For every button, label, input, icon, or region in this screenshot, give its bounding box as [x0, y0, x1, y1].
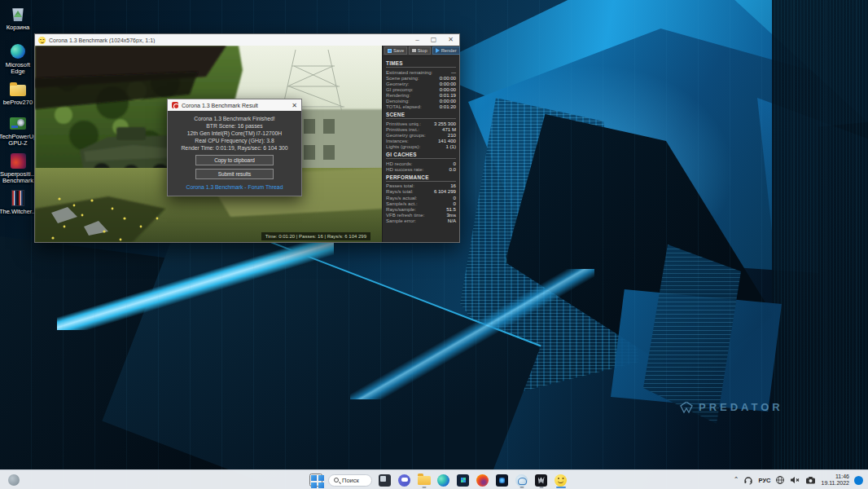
stat-label: Primitives inst.: — [386, 126, 419, 132]
stat-label: Geometry groups: — [386, 132, 426, 138]
firefox-icon — [476, 474, 489, 487]
render-button[interactable]: Render — [432, 46, 460, 55]
desktop-icon-label: Microsoft Edge — [2, 62, 34, 75]
desktop-icon-superposition[interactable]: Superpositi... Benchmark — [2, 152, 34, 184]
photos-icon — [379, 474, 391, 487]
scene-rows: Primitives uniq.: 3 255 300 Primitives i… — [386, 121, 456, 149]
search-placeholder: Поиск — [342, 477, 359, 484]
stat-label: Sample/s act.: — [386, 200, 418, 206]
chat-icon — [398, 474, 410, 487]
search-input[interactable]: Поиск — [328, 474, 372, 487]
camera-icon[interactable] — [805, 476, 816, 485]
search-icon — [334, 478, 339, 482]
stat-label: Rendering: — [386, 92, 410, 98]
clock[interactable]: 11:46 19.11.2022 — [821, 474, 849, 487]
stop-button[interactable]: Stop — [409, 46, 430, 55]
running-indicator — [422, 487, 426, 488]
stat-value: 6 104 299 — [434, 188, 456, 194]
stat-value: 16 — [450, 183, 456, 188]
stat-row: Sample error: N/A — [386, 218, 456, 223]
taskbar-app-file-explorer[interactable] — [417, 472, 431, 488]
media-app-icon — [457, 474, 469, 487]
stat-row: Lights (groups): 1 (1) — [386, 143, 456, 149]
stat-label: Denoising: — [386, 98, 410, 104]
stat-label: GI precomp: — [386, 86, 414, 92]
taskbar-app-teams-chat[interactable] — [397, 472, 411, 488]
gpu-card-icon — [9, 114, 27, 132]
stat-value: 0:00:00 — [440, 86, 456, 92]
stat-label: HD records: — [386, 161, 413, 166]
stat-label: Estimated remaining: — [386, 69, 432, 75]
stat-value: 210 — [448, 132, 456, 138]
stat-value: 0:00:00 — [440, 81, 456, 86]
stop-button-label: Stop — [418, 48, 427, 53]
desktop-icon-gpuz[interactable]: TechPowerUp GPU-Z — [2, 114, 34, 147]
stat-label: HD success rate: — [386, 166, 423, 172]
window-title: Corona 1.3 Benchmark (1024x576px, 1:1) — [49, 37, 412, 43]
dark-app-icon — [496, 474, 508, 487]
superposition-icon — [9, 152, 27, 170]
brain-app-icon — [515, 474, 528, 487]
taskbar-app-media[interactable] — [456, 472, 470, 488]
stat-label: Primitives uniq.: — [386, 121, 421, 126]
stat-value: 0:01:20 — [440, 104, 456, 109]
stat-label: Instances: — [386, 138, 409, 143]
stat-value: 471 M — [442, 126, 456, 132]
taskbar-center: Поиск — [309, 470, 568, 489]
copy-to-clipboard-button[interactable]: Copy to clipboard — [195, 155, 274, 165]
taskbar-app-corona-benchmark[interactable] — [554, 472, 568, 488]
taskbar-app-wolf[interactable] — [534, 472, 548, 488]
headset-icon[interactable] — [743, 475, 753, 485]
result-line: Corona 1.3 Benchmark Finished! — [173, 115, 296, 122]
edge-icon — [9, 42, 27, 60]
forum-thread-link[interactable]: Corona 1.3 Benchmark - Forum Thread — [173, 184, 296, 190]
desktop-icon-recycle-bin[interactable]: Корзина — [2, 5, 34, 31]
save-button[interactable]: Save — [384, 46, 407, 55]
stat-value: 0:00:00 — [440, 98, 456, 104]
taskbar-app-firefox[interactable] — [476, 472, 489, 488]
taskbar-app-dark[interactable] — [495, 472, 509, 488]
minimize-button[interactable]: – — [415, 37, 419, 43]
language-indicator[interactable]: РУС — [758, 477, 770, 484]
predator-icon — [680, 402, 693, 413]
network-globe-icon[interactable] — [775, 475, 785, 485]
taskbar-app-brain[interactable] — [515, 472, 528, 488]
close-button[interactable]: ✕ — [448, 37, 454, 43]
dialog-result-lines: Corona 1.3 Benchmark Finished! BTR Scene… — [173, 115, 296, 152]
folder-icon — [9, 80, 27, 98]
stat-row: Estimated remaining: --- — [386, 69, 456, 75]
taskbar-app-edge[interactable] — [436, 472, 450, 488]
volume-muted-icon[interactable] — [790, 475, 800, 485]
stat-value: 0 — [454, 200, 456, 206]
stop-icon — [412, 49, 416, 53]
widgets-icon[interactable] — [8, 474, 20, 486]
stat-value: 0:01:19 — [440, 92, 456, 98]
result-line: BTR Scene: 16 passes — [173, 122, 296, 130]
stat-row: Passes total: 16 — [386, 183, 456, 188]
dialog-close-button[interactable]: ✕ — [292, 102, 297, 109]
window-titlebar[interactable]: Corona 1.3 Benchmark (1024x576px, 1:1) –… — [35, 34, 459, 46]
stat-value: 0 — [454, 161, 456, 166]
dialog-title: Corona 1.3 Benchmark Result — [182, 103, 288, 108]
maximize-button[interactable]: ▢ — [431, 37, 437, 43]
section-title-gi-caches: GI CACHES — [386, 152, 456, 159]
desktop-icon-beprov270[interactable]: beProv270 — [2, 80, 34, 106]
submit-results-button[interactable]: Submit results — [195, 169, 274, 179]
chevron-up-icon[interactable]: ⌃ — [734, 476, 739, 484]
stat-row: TOTAL elapsed: 0:01:20 — [386, 104, 456, 109]
dialog-titlebar[interactable]: Corona 1.3 Benchmark Result ✕ — [168, 99, 301, 111]
stat-value: 141 400 — [438, 138, 456, 143]
stat-row: Rays/s actual: 0 — [386, 195, 456, 200]
stat-row: Primitives uniq.: 3 255 300 — [386, 121, 456, 126]
start-button[interactable] — [309, 474, 322, 487]
stat-value: 0:00:00 — [440, 75, 456, 81]
play-icon — [436, 48, 440, 53]
stat-value: 0.0 — [449, 166, 456, 172]
render-button-label: Render — [441, 48, 457, 53]
result-line: Real CPU Frequency (GHz): 3.8 — [173, 137, 296, 144]
desktop-icon-edge[interactable]: Microsoft Edge — [2, 42, 34, 75]
times-rows: Estimated remaining: --- Scene parsing: … — [386, 69, 456, 110]
taskbar-app-photos[interactable] — [378, 472, 392, 488]
desktop-icon-witcher[interactable]: The.Witcher... — [2, 189, 34, 215]
notification-badge[interactable] — [854, 476, 863, 485]
